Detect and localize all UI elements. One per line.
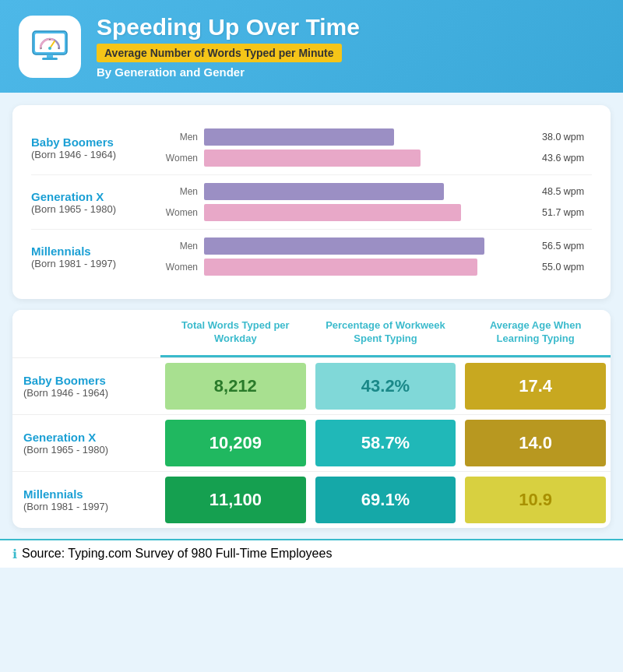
page-header: Speeding Up Over Time Average Number of … xyxy=(0,0,623,93)
bar-fill-women-boomers xyxy=(204,150,421,167)
table-gen-years-millennials: (Born 1981 - 1997) xyxy=(23,501,150,512)
women-wpm-millennials: 55.0 wpm xyxy=(537,259,592,276)
header-icon-box xyxy=(19,16,81,78)
men-label-millennials: Men xyxy=(164,241,198,252)
bar-track-men-millennials xyxy=(204,237,537,255)
bb-words-cell: 8,212 xyxy=(165,363,306,410)
gx-words-cell: 10,209 xyxy=(165,420,306,466)
svg-point-3 xyxy=(48,47,51,50)
bar-track-men-boomers xyxy=(204,128,537,146)
men-label-genx: Men xyxy=(164,186,198,197)
bar-label-millennials: Millennials (Born 1981 - 1997) xyxy=(31,245,164,269)
ml-percent-cell: 69.1% xyxy=(315,477,456,523)
bar-fill-women-genx xyxy=(204,204,461,221)
main-content: Baby Boomers (Born 1946 - 1964) Men Wome… xyxy=(0,93,623,528)
gen-years-boomers: (Born 1946 - 1964) xyxy=(31,149,164,160)
table-row-genx: Generation X (Born 1965 - 1980) 10,209 5… xyxy=(12,414,611,471)
bb-percent-cell: 43.2% xyxy=(315,363,456,410)
bar-group-millennials: Millennials (Born 1981 - 1997) Men Women xyxy=(31,230,592,283)
table-label-boomers: Baby Boomers (Born 1946 - 1964) xyxy=(12,358,160,414)
table-gen-name-boomers: Baby Boomers xyxy=(23,374,150,387)
header-sub2: By Generation and Gender xyxy=(97,65,360,79)
header-subtitle: Average Number of Words Typed per Minute xyxy=(104,47,334,59)
footer-source: Source: Typing.com Survey of 980 Full-Ti… xyxy=(22,547,332,561)
bar-track-women-genx xyxy=(204,204,537,221)
men-label-boomers: Men xyxy=(164,132,198,142)
bar-track-men-genx xyxy=(204,183,537,200)
table-col-words-header: Total Words Typed per Workday xyxy=(160,310,311,357)
header-text-block: Speeding Up Over Time Average Number of … xyxy=(97,14,360,79)
info-icon: ℹ xyxy=(12,547,17,561)
bar-fill-men-boomers xyxy=(204,128,394,146)
gen-name-boomers: Baby Boomers xyxy=(31,135,164,149)
bars-millennials: Men Women xyxy=(164,237,537,276)
bar-row-men-millennials: Men xyxy=(164,237,537,255)
bar-fill-men-genx xyxy=(204,183,444,200)
gen-years-genx: (Born 1965 - 1980) xyxy=(31,203,164,215)
table-header-row: Total Words Typed per Workday Percentage… xyxy=(12,310,611,357)
table-gen-years-genx: (Born 1965 - 1980) xyxy=(23,444,150,456)
ml-words-cell: 11,100 xyxy=(165,477,306,523)
bar-row-men-genx: Men xyxy=(164,183,537,200)
bars-boomers: Men Women xyxy=(164,128,537,167)
gx-age-cell: 14.0 xyxy=(465,420,606,466)
bar-row-women-millennials: Women xyxy=(164,259,537,276)
women-label-millennials: Women xyxy=(164,262,198,273)
gen-years-millennials: (Born 1981 - 1997) xyxy=(31,258,164,269)
bar-row-men-boomers: Men xyxy=(164,128,537,146)
women-label-boomers: Women xyxy=(164,153,198,164)
bar-label-boomers: Baby Boomers (Born 1946 - 1964) xyxy=(31,135,164,160)
svg-rect-8 xyxy=(42,58,58,60)
bar-fill-men-millennials xyxy=(204,237,484,255)
table-label-genx: Generation X (Born 1965 - 1980) xyxy=(12,415,160,471)
men-wpm-millennials: 56.5 wpm xyxy=(537,237,592,255)
subtitle-bar: Average Number of Words Typed per Minute xyxy=(97,44,342,62)
bars-genx: Men Women xyxy=(164,183,537,221)
bar-values-boomers: 38.0 wpm 43.6 wpm xyxy=(537,128,592,167)
table-gen-name-millennials: Millennials xyxy=(23,487,150,501)
bar-group-genx: Generation X (Born 1965 - 1980) Men Wome… xyxy=(31,175,592,230)
table-gen-years-boomers: (Born 1946 - 1964) xyxy=(23,387,150,399)
bar-fill-women-millennials xyxy=(204,259,477,276)
men-wpm-boomers: 38.0 wpm xyxy=(537,128,592,146)
women-label-genx: Women xyxy=(164,207,198,218)
table-col-age-header: Average Age When Learning Typing xyxy=(460,310,611,357)
svg-rect-7 xyxy=(47,55,53,58)
bar-values-millennials: 56.5 wpm 55.0 wpm xyxy=(537,237,592,276)
women-wpm-genx: 51.7 wpm xyxy=(537,204,592,221)
ml-age-cell: 10.9 xyxy=(465,477,606,523)
table-gen-name-genx: Generation X xyxy=(23,431,150,444)
computer-speedometer-icon xyxy=(30,26,70,67)
bar-track-women-millennials xyxy=(204,259,537,276)
table-col-empty xyxy=(12,310,160,357)
bar-row-women-boomers: Women xyxy=(164,150,537,167)
bar-row-women-genx: Women xyxy=(164,204,537,221)
women-wpm-boomers: 43.6 wpm xyxy=(537,150,592,167)
men-wpm-genx: 48.5 wpm xyxy=(537,183,592,200)
bar-group-boomers: Baby Boomers (Born 1946 - 1964) Men Wome… xyxy=(31,121,592,175)
table-col-percent-header: Percentage of Workweek Spent Typing xyxy=(311,310,461,357)
bb-age-cell: 17.4 xyxy=(465,363,606,410)
bar-values-genx: 48.5 wpm 51.7 wpm xyxy=(537,183,592,221)
bar-label-genx: Generation X (Born 1965 - 1980) xyxy=(31,190,164,215)
bar-chart-section: Baby Boomers (Born 1946 - 1964) Men Wome… xyxy=(12,105,611,299)
gen-name-millennials: Millennials xyxy=(31,245,164,258)
table-row-boomers: Baby Boomers (Born 1946 - 1964) 8,212 43… xyxy=(12,357,611,414)
data-table: Total Words Typed per Workday Percentage… xyxy=(12,310,611,528)
gx-percent-cell: 58.7% xyxy=(315,420,456,466)
footer: ℹ Source: Typing.com Survey of 980 Full-… xyxy=(0,539,623,568)
bar-track-women-boomers xyxy=(204,150,537,167)
page-title: Speeding Up Over Time xyxy=(97,14,360,40)
table-row-millennials: Millennials (Born 1981 - 1997) 11,100 69… xyxy=(12,471,611,528)
gen-name-genx: Generation X xyxy=(31,190,164,203)
table-label-millennials: Millennials (Born 1981 - 1997) xyxy=(12,472,160,528)
